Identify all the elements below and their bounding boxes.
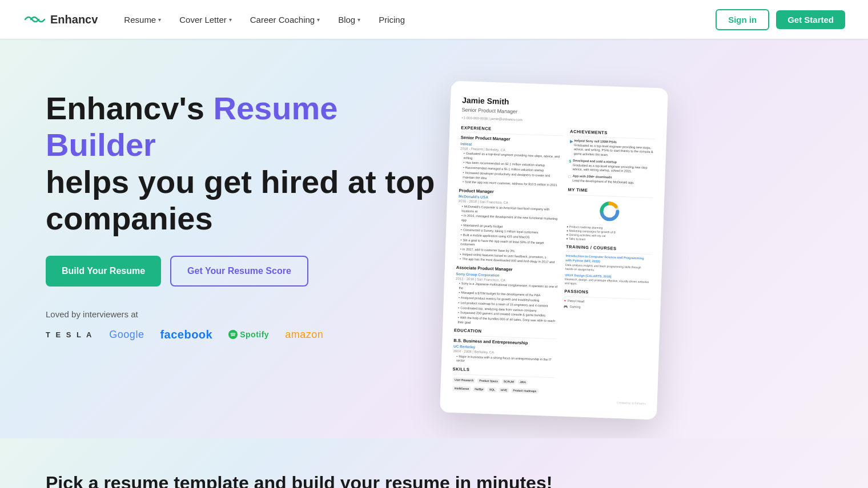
hero-left: Enhancv's Resume Builder helps you get h… [46,73,445,341]
spotify-logo: Spotify [228,330,269,339]
experience-section: EXPERIENCE [461,125,563,136]
getstarted-button[interactable]: Get Started [776,10,845,29]
time-chart [567,199,653,224]
get-score-button[interactable]: Get Your Resume Score [170,256,308,287]
facebook-logo: facebook [160,328,212,341]
edu-entry: B.S. Business and Entrepreneurship UC Be… [453,338,556,367]
nav-item-coaching[interactable]: Career Coaching ▾ [242,10,328,29]
resume-preview-card: Jamie Smith Senior Product Manager +1-00… [440,81,668,420]
pick-template-heading: Pick a resume template and build your re… [46,473,822,488]
skills-section: SKILLS [452,366,554,378]
chevron-down-icon: ▾ [158,17,161,23]
hero-title: Enhancv's Resume Builder helps you get h… [46,90,445,237]
nav-item-blog[interactable]: Blog ▾ [330,10,368,29]
amazon-logo: amazon [285,329,323,341]
resume-right-col: ACHIEVEMENTS ▶ Helped Sony sell 100M PS4… [561,128,655,398]
nav-actions: Sign in Get Started [716,9,845,30]
loved-text: Loved by interviewers at [46,309,445,319]
chevron-down-icon: ▾ [357,17,360,23]
chevron-down-icon: ▾ [229,17,232,23]
bottom-text-section: Pick a resume template and build your re… [0,438,868,488]
resume-preview-container: Jamie Smith Senior Product Manager +1-00… [445,73,685,416]
build-resume-button[interactable]: Build Your Resume [46,256,161,287]
logo-icon [23,13,46,26]
signin-button[interactable]: Sign in [716,9,769,30]
navbar: Enhancv Resume ▾ Cover Letter ▾ Career C… [0,0,868,39]
job-entry-3: Associate Product Manager Sony Group Cor… [454,265,558,328]
svg-point-5 [606,207,614,215]
resume-columns: EXPERIENCE Senior Product Manager InHeat… [452,125,655,398]
skills-secondary: IntelliSense NetBpr SQL HIVE Product roa… [452,385,554,395]
nav-links: Resume ▾ Cover Letter ▾ Career Coaching … [116,10,716,29]
job-entry-1: Senior Product Manager InHeat 2018 - Pre… [459,135,563,188]
nav-item-coverletter[interactable]: Cover Letter ▾ [171,10,240,29]
time-legend: ● Product roadmap planning ● Marketing c… [566,225,652,244]
logo-text: Enhancv [50,13,98,26]
google-logo: Google [109,329,144,341]
job-entry-2: Product Manager McDonald's USA 2016 - 20… [456,188,561,265]
nav-item-resume[interactable]: Resume ▾ [116,10,169,29]
tesla-logo: T E S L A [46,330,93,339]
chevron-down-icon: ▾ [317,17,320,23]
company-logos: T E S L A Google facebook Spotify amazon [46,328,445,341]
nav-item-pricing[interactable]: Pricing [371,10,413,29]
hero-section: Enhancv's Resume Builder helps you get h… [0,39,868,438]
education-section: EDUCATION [454,328,556,339]
skills-primary: User Research Product Specs SCRUM JIRA [452,377,554,386]
hero-buttons: Build Your Resume Get Your Resume Score [46,256,445,287]
resume-left-col: EXPERIENCE Senior Product Manager InHeat… [452,125,563,395]
logo-link[interactable]: Enhancv [23,13,98,26]
